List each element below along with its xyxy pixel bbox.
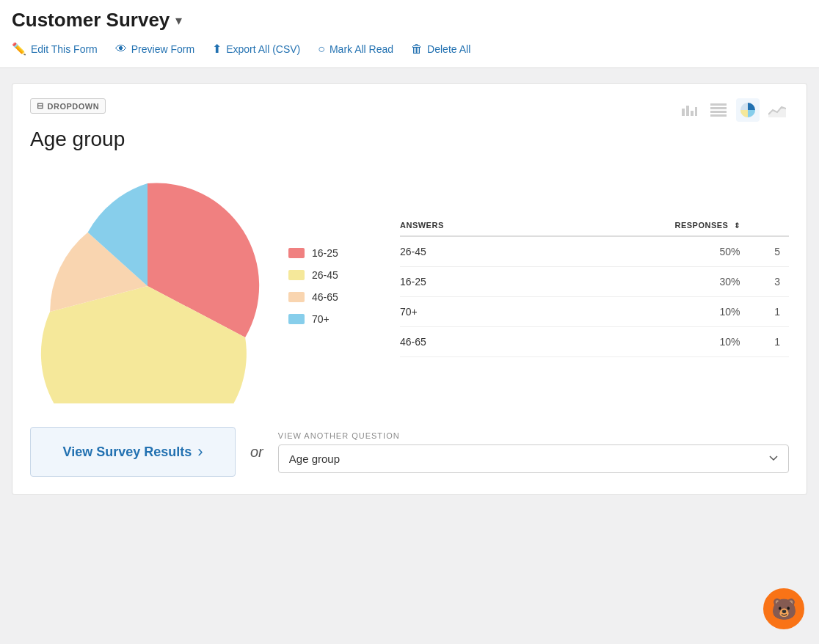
card-header: ⊟ DROPDOWN bbox=[30, 98, 789, 122]
survey-card: ⊟ DROPDOWN bbox=[12, 83, 807, 495]
view-survey-results-button[interactable]: View Survey Results › bbox=[30, 427, 236, 477]
pie-chart-container bbox=[30, 169, 265, 403]
delete-all-button[interactable]: 🗑 Delete All bbox=[411, 40, 470, 59]
legend-item: 16-25 bbox=[288, 247, 376, 259]
bar-chart-button[interactable] bbox=[677, 98, 701, 122]
answers-header: ANSWERS bbox=[400, 215, 545, 236]
or-label: or bbox=[250, 444, 263, 461]
mark-all-read-button[interactable]: ○ Mark All Read bbox=[318, 40, 393, 59]
count-cell: 3 bbox=[749, 267, 790, 297]
another-question-area: VIEW ANOTHER QUESTION Age groupHow did y… bbox=[278, 431, 789, 473]
question-select[interactable]: Age groupHow did you hear about us?Overa… bbox=[278, 444, 789, 473]
edit-form-button[interactable]: ✏️ Edit This Form bbox=[12, 39, 98, 59]
table-row: 26-45 50% 5 bbox=[400, 236, 789, 267]
chart-type-icons bbox=[677, 98, 789, 122]
page-title: Customer Survey bbox=[12, 9, 170, 32]
header: Customer Survey ▾ ✏️ Edit This Form 👁 Pr… bbox=[0, 0, 819, 68]
answer-cell: 16-25 bbox=[400, 267, 545, 297]
legend-swatch-16-25 bbox=[288, 248, 305, 258]
percent-cell: 50% bbox=[545, 236, 749, 267]
percent-cell: 10% bbox=[545, 297, 749, 327]
bottom-bar: View Survey Results › or VIEW ANOTHER QU… bbox=[30, 427, 789, 477]
legend-label-16-25: 16-25 bbox=[312, 247, 338, 259]
area-chart-icon bbox=[768, 103, 786, 117]
legend-item: 70+ bbox=[288, 313, 376, 325]
svg-rect-0 bbox=[682, 109, 685, 116]
dropdown-icon: ⊟ bbox=[37, 101, 44, 111]
title-row: Customer Survey ▾ bbox=[12, 9, 807, 32]
check-circle-icon: ○ bbox=[318, 43, 325, 56]
svg-rect-6 bbox=[710, 111, 727, 113]
trash-icon: 🗑 bbox=[411, 43, 423, 56]
legend-item: 46-65 bbox=[288, 291, 376, 303]
svg-rect-3 bbox=[695, 107, 697, 116]
legend-swatch-46-65 bbox=[288, 292, 305, 302]
table-row: 16-25 30% 3 bbox=[400, 267, 789, 297]
answer-cell: 70+ bbox=[400, 297, 545, 327]
pie-chart-button[interactable] bbox=[736, 98, 760, 122]
percent-cell: 10% bbox=[545, 327, 749, 357]
legend-item: 26-45 bbox=[288, 269, 376, 281]
data-table: ANSWERS RESPONSES ⇕ 26-45 50% 5 16-25 30… bbox=[400, 215, 789, 357]
table-row: 70+ 10% 1 bbox=[400, 297, 789, 327]
responses-header[interactable]: RESPONSES ⇕ bbox=[545, 215, 749, 236]
percent-cell: 30% bbox=[545, 267, 749, 297]
export-csv-button[interactable]: ⬆ Export All (CSV) bbox=[212, 39, 300, 59]
table-chart-icon bbox=[710, 103, 727, 117]
chart-area: 16-25 26-45 46-65 70+ bbox=[30, 169, 789, 403]
legend-swatch-26-45 bbox=[288, 270, 305, 280]
question-title: Age group bbox=[30, 128, 789, 151]
another-question-label: VIEW ANOTHER QUESTION bbox=[278, 431, 789, 440]
count-cell: 1 bbox=[749, 327, 790, 357]
svg-marker-9 bbox=[768, 107, 786, 117]
table-row: 46-65 10% 1 bbox=[400, 327, 789, 357]
pie-chart-icon bbox=[740, 102, 756, 118]
area-chart-button[interactable] bbox=[765, 98, 789, 122]
answer-cell: 26-45 bbox=[400, 236, 545, 267]
arrow-right-icon: › bbox=[197, 442, 203, 461]
export-icon: ⬆ bbox=[212, 42, 222, 56]
pencil-icon: ✏️ bbox=[12, 42, 26, 56]
count-cell: 1 bbox=[749, 297, 790, 327]
main-content: ⊟ DROPDOWN bbox=[0, 68, 819, 510]
pie-chart-svg bbox=[30, 169, 265, 403]
toolbar: ✏️ Edit This Form 👁 Preview Form ⬆ Expor… bbox=[12, 39, 807, 67]
eye-icon: 👁 bbox=[115, 43, 127, 56]
count-cell: 5 bbox=[749, 236, 790, 267]
bar-chart-icon bbox=[681, 103, 697, 117]
sort-icon: ⇕ bbox=[734, 222, 740, 230]
svg-rect-2 bbox=[691, 111, 694, 116]
preview-form-button[interactable]: 👁 Preview Form bbox=[115, 40, 194, 59]
legend-label-26-45: 26-45 bbox=[312, 269, 338, 281]
svg-rect-1 bbox=[686, 106, 689, 116]
legend-swatch-70plus bbox=[288, 314, 305, 324]
field-type-badge: ⊟ DROPDOWN bbox=[30, 98, 106, 114]
count-header bbox=[749, 215, 790, 236]
legend-area: 16-25 26-45 46-65 70+ bbox=[288, 247, 376, 325]
svg-rect-5 bbox=[710, 107, 727, 109]
bear-avatar[interactable]: 🐻 bbox=[763, 588, 804, 629]
table-chart-button[interactable] bbox=[707, 98, 730, 122]
legend-label-46-65: 46-65 bbox=[312, 291, 338, 303]
chevron-down-icon[interactable]: ▾ bbox=[175, 12, 182, 29]
legend-label-70plus: 70+ bbox=[312, 313, 330, 325]
svg-rect-4 bbox=[710, 103, 727, 106]
answer-cell: 46-65 bbox=[400, 327, 545, 357]
svg-rect-7 bbox=[710, 114, 727, 117]
